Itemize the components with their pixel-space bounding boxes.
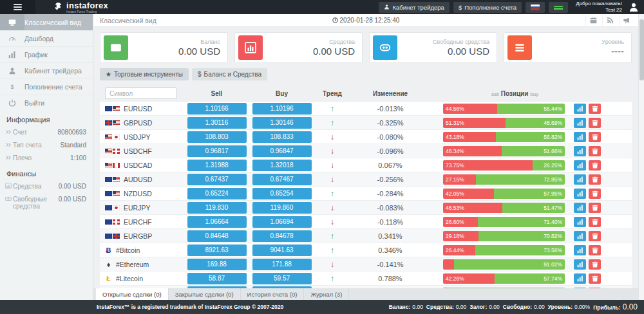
tab-2[interactable]: История счета (0): [241, 288, 305, 300]
remove-symbol-button[interactable]: [589, 203, 601, 213]
remove-symbol-button[interactable]: [589, 245, 601, 255]
sell-price-button[interactable]: 1.06664: [187, 216, 247, 228]
menu-toggle-button[interactable]: [0, 0, 35, 14]
buy-price-button[interactable]: 1.10196: [252, 103, 312, 115]
open-chart-button[interactable]: [574, 160, 586, 171]
tab-3[interactable]: Журнал (3): [304, 288, 349, 300]
remove-symbol-button[interactable]: [589, 189, 601, 199]
sell-price-button[interactable]: 1.31988: [187, 160, 247, 171]
buy-price-button[interactable]: 171.88: [252, 259, 312, 270]
sell-price-button[interactable]: 8921.63: [187, 245, 247, 256]
sell-price-button[interactable]: 58.87: [187, 273, 247, 284]
open-chart-button[interactable]: [574, 217, 586, 227]
open-chart-button[interactable]: [574, 259, 586, 270]
buy-price-button[interactable]: 1.06694: [252, 216, 312, 228]
sell-price-button[interactable]: 0.84648: [187, 230, 247, 242]
us-flag-icon: [105, 149, 112, 154]
buy-price-button[interactable]: 1.30146: [252, 117, 312, 129]
sidebar-item-дашборд[interactable]: Дашборд: [0, 30, 93, 46]
positions-buy-segment: 57.95%: [494, 189, 565, 199]
summary-item: Баланс: 0.00: [389, 304, 423, 310]
remove-symbol-button[interactable]: [589, 132, 601, 142]
remove-symbol-button[interactable]: [589, 160, 601, 171]
gb-flag-icon: [105, 120, 112, 125]
instaforex-logo: instaforex Instant Forex Trading: [53, 1, 108, 14]
buy-price-button[interactable]: 59.57: [252, 273, 312, 284]
sell-price-button[interactable]: 0.96817: [187, 145, 247, 157]
star-icon: ★: [106, 71, 111, 78]
sidebar-item-выйти[interactable]: Выйти: [0, 95, 93, 111]
megaphone-icon[interactable]: [619, 15, 634, 26]
sidebar-item-пополнение-счета[interactable]: $ Пополнение счета: [0, 78, 93, 95]
trend-arrow-icon: ↑: [330, 246, 334, 255]
open-chart-button[interactable]: [574, 118, 586, 128]
sidebar-item-график[interactable]: График: [0, 46, 93, 62]
open-chart-button[interactable]: [574, 189, 586, 199]
sidebar-item-кабинет-трейдера[interactable]: Кабинет трейдера: [0, 62, 93, 78]
remove-symbol-button[interactable]: [589, 104, 601, 114]
open-chart-button[interactable]: [574, 203, 586, 213]
sell-price-button[interactable]: 0.65224: [187, 188, 247, 199]
trader-cabinet-button[interactable]: Кабинет трейдера: [379, 2, 449, 13]
remove-symbol-button[interactable]: [589, 273, 601, 284]
balance-equity-button[interactable]: $ Баланс и Средства: [192, 68, 267, 80]
buy-price-button[interactable]: 0.84678: [252, 230, 312, 242]
remove-symbol-button[interactable]: [589, 174, 601, 185]
open-chart-button[interactable]: [574, 132, 586, 142]
deposit-button[interactable]: $ Пополнение счета: [453, 2, 522, 13]
calendar-icon[interactable]: [585, 15, 601, 26]
desktop-icon: [0, 14, 24, 30]
remove-symbol-button[interactable]: [589, 231, 601, 241]
sell-price-button[interactable]: 119.830: [187, 202, 247, 214]
symbol-filter-input[interactable]: [105, 88, 177, 99]
buy-price-button[interactable]: 119.860: [252, 202, 312, 214]
card-1: Средства 0.00 USD: [234, 32, 363, 63]
sell-price-button[interactable]: 0.67437: [187, 174, 247, 185]
open-chart-button[interactable]: [574, 104, 586, 114]
sidebar-item-классический-вид[interactable]: Классический вид: [0, 14, 93, 30]
remove-symbol-button[interactable]: [589, 259, 601, 270]
positions-buy-segment: 70.82%: [478, 231, 565, 241]
language-russian-button[interactable]: [526, 2, 545, 13]
sell-price-button[interactable]: 1.30116: [187, 117, 247, 129]
avatar-icon[interactable]: [629, 2, 639, 12]
positions-buy-segment: 48.69%: [506, 118, 565, 128]
sell-price-button[interactable]: 108.803: [187, 131, 247, 143]
buy-price-button[interactable]: 0.65254: [252, 188, 312, 199]
symbol-name: GBPUSD: [124, 119, 152, 127]
symbol-flags: [105, 191, 120, 196]
brand-name: instaforex: [66, 1, 108, 10]
open-chart-button[interactable]: [574, 273, 586, 284]
instaforex-emblem-icon: [53, 2, 62, 12]
vertical-scrollbar[interactable]: [638, 14, 644, 300]
positions-sell-segment: 43.18%: [443, 132, 496, 142]
sell-price-button[interactable]: 1.10166: [187, 103, 247, 115]
tab-1[interactable]: Закрытые сделки (0): [169, 288, 241, 300]
scrollbar-thumb[interactable]: [639, 19, 644, 80]
sell-price-button[interactable]: 169.88: [187, 259, 247, 270]
buy-price-button[interactable]: 1.32018: [252, 160, 312, 171]
buy-price-button[interactable]: 0.67467: [252, 174, 312, 185]
remove-symbol-button[interactable]: [589, 146, 601, 156]
buy-price-button[interactable]: 9041.63: [252, 245, 312, 256]
open-chart-button[interactable]: [574, 146, 586, 156]
open-chart-button[interactable]: [574, 174, 586, 185]
buy-price-button[interactable]: 0.96847: [252, 145, 312, 157]
tab-0[interactable]: Открытые сделки (0): [96, 288, 169, 300]
language-alt-button[interactable]: [549, 2, 568, 13]
symbol-flags: [105, 219, 120, 225]
quotes-table-header: Sell Buy Тренд Изменение sell Позиции bu…: [100, 86, 632, 101]
remove-symbol-button[interactable]: [589, 118, 601, 128]
symbol-name: EURCHF: [124, 218, 152, 226]
positions-sell-segment: 48.53%: [443, 203, 502, 213]
remove-symbol-button[interactable]: [589, 217, 601, 227]
us-flag-icon: [113, 177, 120, 182]
open-chart-button[interactable]: [574, 245, 586, 255]
positions-bar: 91.02%: [443, 259, 565, 270]
sidebar: Классический вид Дашборд График Кабинет …: [0, 14, 93, 300]
positions-sell-segment: 42.26%: [443, 273, 495, 284]
open-chart-button[interactable]: [574, 231, 586, 241]
trading-instruments-button[interactable]: ★ Торговые инструменты: [100, 68, 189, 80]
buy-price-button[interactable]: 108.833: [252, 131, 312, 143]
rss-icon[interactable]: [602, 15, 618, 26]
